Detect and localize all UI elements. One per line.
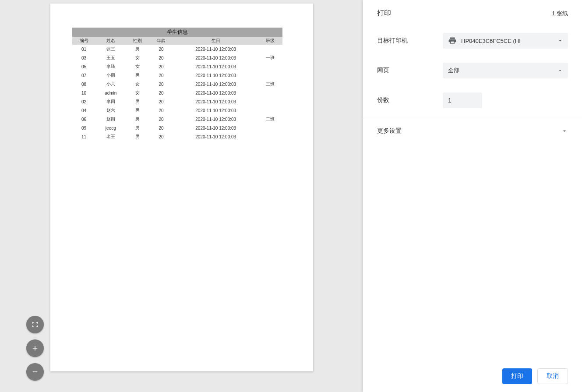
fit-to-page-button[interactable] (26, 316, 44, 333)
cell-class (258, 106, 282, 115)
cell-class: 一班 (258, 53, 282, 62)
cell-age: 20 (149, 71, 173, 80)
column-header: 年龄 (149, 37, 173, 45)
table-row: 08小六女202020-11-10 12:00:03三班 (72, 80, 282, 88)
table-row: 05李琦女202020-11-10 12:00:03 (72, 62, 282, 71)
table-row: 07小丽男202020-11-10 12:00:03 (72, 71, 282, 80)
copies-label: 份数 (377, 96, 443, 104)
cell-gender: 男 (126, 132, 149, 141)
cell-age: 20 (149, 132, 173, 141)
cell-id: 06 (72, 115, 96, 124)
cell-class (258, 132, 282, 141)
pages-row: 网页 全部 (363, 56, 582, 85)
cell-name: 张三 (96, 45, 126, 53)
panel-footer: 打印 取消 (363, 360, 582, 392)
cell-name: 小六 (96, 80, 126, 88)
print-preview-area: 学生信息 编号姓名性别年龄生日班级 01张三男202020-11-10 12:0… (0, 0, 363, 392)
cell-name: admin (96, 88, 126, 97)
cell-age: 20 (149, 97, 173, 106)
destination-select[interactable]: HP040E3C6FC5CE (HI (443, 33, 568, 49)
cell-id: 11 (72, 132, 96, 141)
cell-birthday: 2020-11-10 12:00:03 (173, 132, 258, 141)
cell-class (258, 45, 282, 53)
cell-birthday: 2020-11-10 12:00:03 (173, 124, 258, 132)
more-settings-label: 更多设置 (377, 127, 402, 135)
chevron-down-icon (557, 38, 563, 43)
cell-birthday: 2020-11-10 12:00:03 (173, 71, 258, 80)
cell-id: 01 (72, 45, 96, 53)
cell-age: 20 (149, 45, 173, 53)
preview-controls (26, 316, 44, 381)
table-row: 10admin女202020-11-10 12:00:03 (72, 88, 282, 97)
table-row: 04赵六男202020-11-10 12:00:03 (72, 106, 282, 115)
cell-gender: 男 (126, 124, 149, 132)
cell-age: 20 (149, 115, 173, 124)
plus-icon (31, 344, 39, 352)
chevron-down-icon (561, 127, 568, 134)
minus-icon (31, 368, 39, 376)
cell-class (258, 62, 282, 71)
table-row: 11老王男202020-11-10 12:00:03 (72, 132, 282, 141)
cell-id: 02 (72, 97, 96, 106)
zoom-in-button[interactable] (26, 339, 44, 357)
table-row: 02李四男202020-11-10 12:00:03 (72, 97, 282, 106)
table-row: 01张三男202020-11-10 12:00:03 (72, 45, 282, 53)
more-settings-toggle[interactable]: 更多设置 (363, 119, 582, 143)
table-row: 06赵四男202020-11-10 12:00:03二班 (72, 115, 282, 124)
cell-name: 李琦 (96, 62, 126, 71)
cell-gender: 女 (126, 80, 149, 88)
cell-id: 10 (72, 88, 96, 97)
destination-value: HP040E3C6FC5CE (HI (461, 38, 521, 44)
pages-select[interactable]: 全部 (443, 63, 568, 78)
destination-row: 目标打印机 HP040E3C6FC5CE (HI (363, 26, 582, 56)
cell-age: 20 (149, 88, 173, 97)
cell-id: 08 (72, 80, 96, 88)
chevron-down-icon (557, 68, 563, 73)
cell-birthday: 2020-11-10 12:00:03 (173, 62, 258, 71)
cell-birthday: 2020-11-10 12:00:03 (173, 80, 258, 88)
column-header: 生日 (173, 37, 258, 45)
destination-label: 目标打印机 (377, 37, 443, 45)
cell-birthday: 2020-11-10 12:00:03 (173, 88, 258, 97)
cancel-button[interactable]: 取消 (537, 368, 568, 384)
panel-header: 打印 1 张纸 (363, 0, 582, 26)
cell-gender: 男 (126, 106, 149, 115)
cell-class: 二班 (258, 115, 282, 124)
cell-class: 三班 (258, 80, 282, 88)
cell-gender: 男 (126, 71, 149, 80)
cell-birthday: 2020-11-10 12:00:03 (173, 115, 258, 124)
cell-age: 20 (149, 62, 173, 71)
cell-birthday: 2020-11-10 12:00:03 (173, 106, 258, 115)
print-button[interactable]: 打印 (502, 368, 532, 384)
cell-gender: 女 (126, 53, 149, 62)
cell-gender: 女 (126, 88, 149, 97)
preview-page: 学生信息 编号姓名性别年龄生日班级 01张三男202020-11-10 12:0… (50, 4, 313, 371)
cell-age: 20 (149, 80, 173, 88)
cell-name: 李四 (96, 97, 126, 106)
cell-birthday: 2020-11-10 12:00:03 (173, 53, 258, 62)
cell-name: jeecg (96, 124, 126, 132)
cell-name: 赵四 (96, 115, 126, 124)
zoom-out-button[interactable] (26, 363, 44, 381)
copies-row: 份数 (363, 85, 582, 115)
printer-icon (448, 36, 457, 45)
panel-title: 打印 (377, 9, 391, 18)
cell-gender: 女 (126, 62, 149, 71)
cell-class (258, 124, 282, 132)
pages-label: 网页 (377, 67, 443, 74)
page-count: 1 张纸 (552, 10, 568, 18)
cell-name: 老王 (96, 132, 126, 141)
cell-name: 王五 (96, 53, 126, 62)
copies-input[interactable] (443, 92, 482, 108)
cell-class (258, 71, 282, 80)
cell-gender: 男 (126, 45, 149, 53)
cell-birthday: 2020-11-10 12:00:03 (173, 45, 258, 53)
cell-birthday: 2020-11-10 12:00:03 (173, 97, 258, 106)
cell-class (258, 97, 282, 106)
table-row: 03王五女202020-11-10 12:00:03一班 (72, 53, 282, 62)
column-header: 性别 (126, 37, 149, 45)
fullscreen-icon (31, 321, 39, 328)
cell-name: 赵六 (96, 106, 126, 115)
table-row: 09jeecg男202020-11-10 12:00:03 (72, 124, 282, 132)
student-table: 学生信息 编号姓名性别年龄生日班级 01张三男202020-11-10 12:0… (72, 28, 282, 141)
